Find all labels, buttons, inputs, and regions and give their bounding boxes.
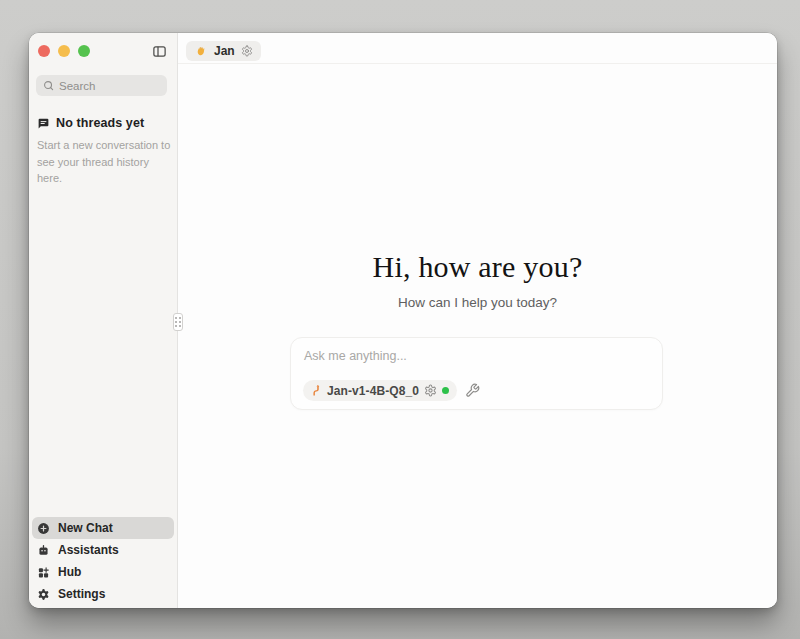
blocks-icon (37, 566, 50, 579)
sidebar-titlebar (29, 38, 177, 64)
sidebar-item-new-chat[interactable]: New Chat (32, 517, 174, 539)
wrench-icon[interactable] (465, 383, 480, 398)
search-placeholder: Search (59, 80, 95, 92)
sidebar: Search No threads yet Start a new conver… (29, 33, 178, 608)
gear-icon[interactable] (241, 45, 253, 57)
main-area: Jan Hi, how are you? How can I help you … (178, 33, 777, 608)
sidebar-item-hub[interactable]: Hub (32, 561, 174, 583)
llama-icon (309, 384, 322, 397)
sidebar-item-label: New Chat (58, 521, 113, 535)
bot-icon (37, 544, 50, 557)
composer-placeholder: Ask me anything... (304, 349, 407, 363)
threads-empty-state: No threads yet Start a new conversation … (29, 96, 177, 187)
sidebar-item-label: Hub (58, 565, 81, 579)
model-name: Jan-v1-4B-Q8_0 (327, 384, 419, 398)
greeting-subtitle: How can I help you today? (178, 295, 777, 310)
tab-bar: Jan (178, 38, 777, 64)
minimize-window-button[interactable] (58, 45, 70, 57)
tab-title: Jan (214, 44, 235, 58)
composer-toolbar: Jan-v1-4B-Q8_0 (303, 380, 480, 401)
sidebar-resize-handle[interactable] (173, 313, 183, 331)
toggle-sidebar-icon[interactable] (151, 44, 168, 59)
gear-icon[interactable] (424, 384, 437, 397)
model-selector[interactable]: Jan-v1-4B-Q8_0 (303, 380, 457, 401)
sidebar-nav: New Chat Assistants H (29, 517, 177, 608)
model-status-dot (442, 387, 449, 394)
circle-plus-icon (37, 522, 50, 535)
chat-composer[interactable]: Ask me anything... Jan-v1-4B-Q8_0 (290, 337, 663, 410)
greeting-heading: Hi, how are you? (178, 250, 777, 284)
sidebar-item-label: Assistants (58, 543, 119, 557)
tab-jan[interactable]: Jan (186, 41, 261, 61)
empty-state-description: Start a new conversation to see your thr… (37, 137, 173, 187)
app-window: Search No threads yet Start a new conver… (29, 33, 777, 608)
sidebar-spacer (29, 187, 177, 518)
traffic-lights (38, 45, 90, 57)
empty-state-title: No threads yet (56, 116, 144, 130)
zoom-window-button[interactable] (78, 45, 90, 57)
gear-icon (37, 588, 50, 601)
sidebar-item-settings[interactable]: Settings (32, 583, 174, 605)
message-square-icon (37, 117, 50, 130)
search-icon (43, 80, 54, 91)
sidebar-item-assistants[interactable]: Assistants (32, 539, 174, 561)
waving-hand-icon (194, 44, 208, 58)
search-input[interactable]: Search (36, 75, 167, 96)
welcome-block: Hi, how are you? How can I help you toda… (178, 250, 777, 310)
sidebar-item-label: Settings (58, 587, 105, 601)
close-window-button[interactable] (38, 45, 50, 57)
